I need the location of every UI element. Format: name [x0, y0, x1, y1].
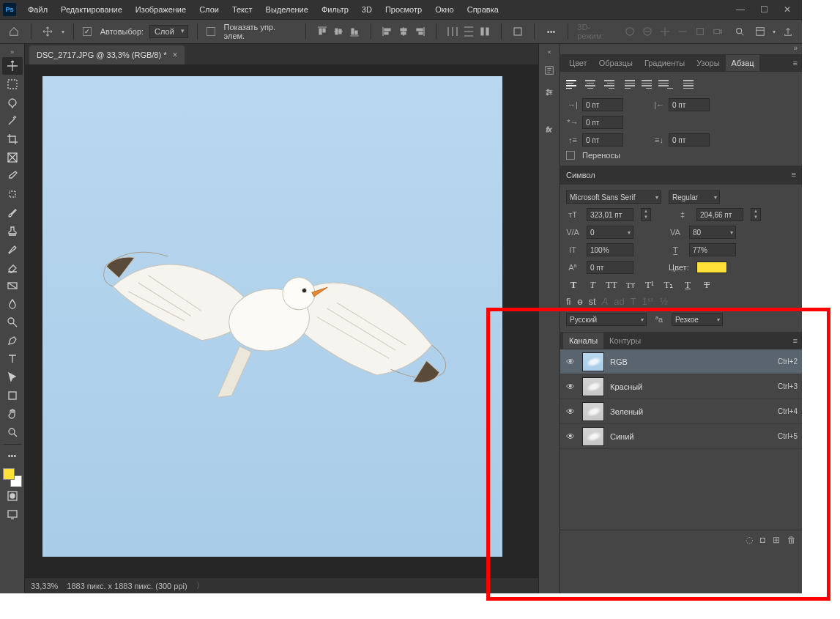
3d-slide-icon[interactable] [674, 23, 691, 40]
leading-input[interactable]: 204,66 пт [696, 208, 743, 221]
tracking-input[interactable]: 80 [689, 226, 736, 239]
quickmask-tool[interactable] [2, 487, 23, 505]
justify-right-icon[interactable] [658, 78, 673, 91]
hscale-input[interactable]: 100% [587, 243, 633, 256]
menu-filter[interactable]: Фильтр [316, 2, 354, 17]
share-icon[interactable] [780, 23, 796, 40]
stamp-tool[interactable] [2, 222, 23, 240]
discretionary-icon[interactable]: st [589, 296, 596, 307]
hyphenation-checkbox[interactable] [566, 151, 575, 160]
font-size-input[interactable]: 323,01 пт [587, 208, 633, 221]
move-tool-icon[interactable] [40, 23, 56, 40]
distribute-h-icon[interactable] [445, 24, 460, 39]
brush-tool[interactable] [2, 204, 23, 221]
bold-button[interactable]: T [566, 278, 581, 292]
load-selection-icon[interactable]: ◌ [746, 535, 753, 545]
align-right-icon[interactable] [412, 24, 427, 39]
eraser-tool[interactable] [2, 259, 23, 276]
history-brush-tool[interactable] [2, 240, 23, 258]
more-options-icon[interactable]: ••• [543, 23, 560, 40]
space-before-input[interactable]: 0 пт [582, 133, 623, 147]
eyedropper-tool[interactable] [2, 167, 23, 185]
color-swatches[interactable] [3, 468, 22, 487]
zoom-value[interactable]: 33,33% [31, 582, 58, 590]
properties-panel-icon[interactable] [540, 84, 558, 101]
3d-scale-icon[interactable] [692, 23, 708, 40]
wand-tool[interactable] [2, 112, 23, 130]
space-after-input[interactable]: 0 пт [669, 133, 710, 147]
contextual-icon[interactable]: ɵ [577, 296, 583, 307]
justify-all-icon[interactable] [683, 78, 698, 91]
3d-pan-icon[interactable] [657, 23, 673, 40]
distribute-space-icon[interactable] [477, 24, 492, 39]
menu-edit[interactable]: Редактирование [55, 2, 128, 17]
align-left-icon[interactable] [380, 24, 395, 39]
leading-stepper[interactable]: ▲▼ [751, 208, 761, 221]
kerning-input[interactable]: 0 [587, 226, 633, 239]
autoselect-checkbox[interactable] [83, 27, 92, 36]
close-tab-icon[interactable]: × [172, 50, 177, 60]
pen-tool[interactable] [2, 332, 23, 349]
minimize-button[interactable]: — [729, 0, 752, 19]
zoom-tool[interactable] [2, 423, 23, 441]
dodge-tool[interactable] [2, 314, 23, 331]
font-family-select[interactable]: Microsoft Sans Serif [566, 190, 661, 204]
menu-help[interactable]: Справка [461, 2, 505, 17]
titling-icon[interactable]: T [631, 296, 636, 307]
home-icon[interactable] [6, 23, 22, 40]
path-select-tool[interactable] [2, 368, 23, 386]
autoselect-target-select[interactable]: Слой [149, 25, 188, 38]
channel-row-red[interactable]: 👁 Красный Ctrl+3 [560, 374, 802, 399]
gradient-tool[interactable] [2, 277, 23, 294]
channel-row-blue[interactable]: 👁 Синий Ctrl+5 [560, 424, 802, 449]
menu-text[interactable]: Текст [226, 2, 259, 17]
tab-paragraph[interactable]: Абзац [726, 55, 760, 71]
menu-select[interactable]: Выделение [260, 2, 314, 17]
hand-tool[interactable] [2, 405, 23, 423]
language-select[interactable]: Русский [566, 313, 647, 326]
visibility-icon[interactable]: 👁 [565, 407, 576, 417]
smallcaps-button[interactable]: Tᴛ [623, 278, 638, 292]
edit-toolbar-icon[interactable]: ••• [2, 447, 23, 464]
distribute-v-icon[interactable] [461, 24, 476, 39]
3d-roll-icon[interactable] [639, 23, 655, 40]
strikethrough-button[interactable]: T [699, 278, 714, 292]
fractions-icon[interactable]: ½ [660, 296, 668, 307]
screenmode-tool[interactable] [2, 505, 23, 523]
move-tool[interactable] [2, 57, 23, 75]
allcaps-button[interactable]: TT [604, 278, 619, 292]
tab-gradients[interactable]: Градиенты [639, 55, 691, 71]
align-hcenter-icon[interactable] [396, 24, 411, 39]
swash-icon[interactable]: A [602, 296, 609, 307]
align-vcenter-icon[interactable] [331, 24, 346, 39]
3d-camera-icon[interactable] [710, 23, 726, 40]
justify-center-icon[interactable] [642, 78, 656, 91]
show-controls-checkbox[interactable] [207, 27, 215, 36]
workspace-icon[interactable] [752, 23, 768, 40]
font-size-stepper[interactable]: ▲▼ [641, 208, 651, 221]
underline-button[interactable]: T [680, 278, 695, 292]
delete-channel-icon[interactable]: 🗑 [787, 535, 796, 545]
menu-view[interactable]: Просмотр [379, 2, 428, 17]
tab-channels[interactable]: Каналы [563, 333, 603, 349]
crop-tool[interactable] [2, 130, 23, 148]
visibility-icon[interactable]: 👁 [565, 357, 576, 367]
doc-dimensions[interactable]: 1883 пикс. x 1883 пикс. (300 ppi) [67, 582, 187, 590]
menu-image[interactable]: Изображение [130, 2, 192, 17]
tab-color[interactable]: Цвет [563, 55, 593, 71]
align-bottom-icon[interactable] [347, 24, 362, 39]
indent-left-input[interactable]: 0 пт [582, 98, 623, 111]
align-left-icon[interactable] [566, 78, 581, 91]
align-top-icon[interactable] [315, 24, 330, 39]
type-tool[interactable] [2, 350, 23, 368]
ordinals-icon[interactable]: 1ˢᵗ [642, 296, 654, 307]
justify-left-icon[interactable] [625, 78, 639, 91]
antialias-select[interactable]: Резкое [672, 313, 723, 326]
ligatures-icon[interactable]: fi [566, 296, 571, 307]
search-icon[interactable] [732, 23, 748, 40]
visibility-icon[interactable]: 👁 [565, 382, 576, 392]
panel-menu-icon[interactable]: ≡ [793, 336, 798, 345]
lasso-tool[interactable] [2, 94, 23, 111]
tab-patterns[interactable]: Узоры [691, 55, 725, 71]
close-button[interactable]: ✕ [776, 0, 799, 19]
